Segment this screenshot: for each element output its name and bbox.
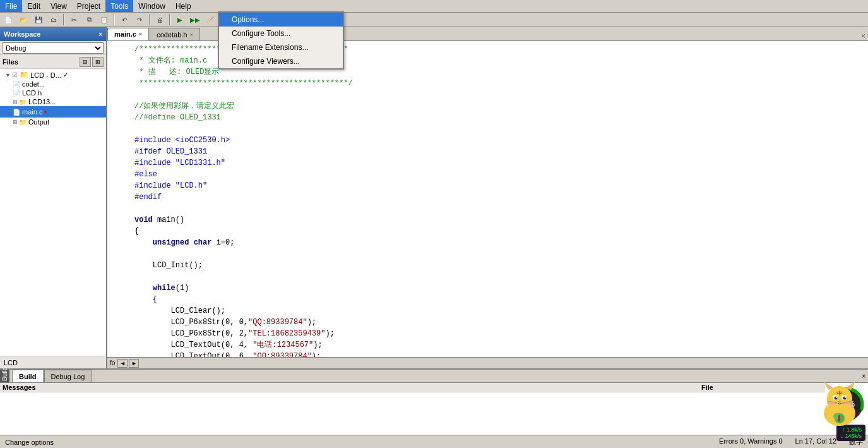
code-line-23: { bbox=[134, 294, 865, 305]
tree-label-codet: codet... bbox=[22, 80, 45, 88]
tree-label-output: Output bbox=[28, 118, 49, 126]
network-stats: ↑ 1.8k/s ↓ 145k/s bbox=[836, 425, 865, 441]
undo-btn[interactable]: ↶ bbox=[117, 13, 131, 26]
tools-dropdown-menu: Options... Configure Tools... Filename E… bbox=[218, 11, 344, 70]
active-indicator: ✓ bbox=[63, 71, 68, 78]
sep4 bbox=[169, 14, 170, 25]
upload-stat: ↑ 1.8k/s bbox=[840, 427, 862, 433]
code-line-22: while(1) bbox=[134, 282, 865, 294]
build-btn[interactable]: ▶ bbox=[173, 13, 187, 26]
tab-codetab-close[interactable]: × bbox=[189, 32, 193, 38]
sep1 bbox=[63, 14, 64, 25]
code-line-14: #endif bbox=[134, 191, 865, 203]
tree-label-main-c: main.c bbox=[22, 108, 42, 116]
sep3 bbox=[149, 14, 150, 25]
debug-select[interactable]: Debug Release bbox=[3, 42, 104, 54]
code-line-17: { bbox=[134, 226, 865, 237]
folder-icon-output: 📁 bbox=[19, 119, 27, 126]
ws-btn1[interactable]: ⊟ bbox=[80, 57, 91, 67]
file-tree: ▼ ☑ 📁 LCD - D... ✓ 📄 codet... 📄 LCD.h bbox=[0, 69, 106, 356]
tree-item-codet[interactable]: 📄 codet... bbox=[0, 80, 106, 88]
tree-item-lcd[interactable]: ▼ ☑ 📁 LCD - D... ✓ bbox=[0, 70, 106, 80]
menu-configure-tools[interactable]: Configure Tools... bbox=[219, 27, 343, 40]
code-editor[interactable]: /***************************************… bbox=[107, 41, 868, 357]
expand-icon-lcd13: ⊞ bbox=[13, 99, 18, 105]
menu-edit[interactable]: Edit bbox=[22, 0, 45, 12]
code-line-11: #include "LCD1331.h" bbox=[134, 157, 865, 169]
tree-item-output[interactable]: ⊞ 📁 Output bbox=[0, 118, 106, 126]
tree-item-main-c[interactable]: 📄 main.c • bbox=[0, 106, 106, 118]
workspace-footer: LCD bbox=[0, 356, 106, 368]
workspace-close-btn[interactable]: × bbox=[98, 31, 102, 38]
tab-debug-log[interactable]: Debug Log bbox=[44, 370, 92, 382]
menu-options[interactable]: Options... bbox=[219, 13, 343, 27]
scroll-right-btn[interactable]: ► bbox=[129, 359, 139, 368]
build-all-btn[interactable]: ▶▶ bbox=[188, 13, 202, 26]
files-label: Files bbox=[3, 58, 78, 66]
expand-icon: ▼ bbox=[5, 72, 11, 78]
code-line-7: //#define OLED_1331 bbox=[134, 112, 865, 123]
menu-help[interactable]: Help bbox=[170, 0, 196, 12]
errors-status: Errors 0, Warnings 0 bbox=[719, 437, 782, 447]
ws-btn2[interactable]: ⊞ bbox=[92, 57, 104, 67]
redo-btn[interactable]: ↷ bbox=[133, 13, 146, 26]
workspace-dropdown[interactable]: Debug Release bbox=[0, 41, 106, 55]
save-all-btn[interactable]: 🗂 bbox=[47, 13, 61, 26]
menu-filename-extensions[interactable]: Filename Extensions... bbox=[219, 40, 343, 54]
menu-window[interactable]: Window bbox=[133, 0, 170, 12]
menu-configure-viewers[interactable]: Configure Viewers... bbox=[219, 54, 343, 68]
toolbar: 📄 📂 💾 🗂 ✂ ⧉ 📋 ↶ ↷ 🖨 ▶ ▶▶ 🧹 ▷ ■ ↺ bbox=[0, 13, 868, 27]
menu-tools[interactable]: Tools bbox=[105, 0, 133, 12]
paste-btn[interactable]: 📋 bbox=[97, 13, 111, 26]
tree-item-lcd13[interactable]: ⊞ 📁 LCD13... bbox=[0, 97, 106, 106]
sep2 bbox=[114, 14, 115, 25]
code-line-5 bbox=[134, 89, 865, 100]
tab-codetab-h-label: codetab.h bbox=[157, 31, 187, 39]
new-file-btn[interactable]: 📄 bbox=[1, 13, 15, 26]
expand-icon-output: ⊞ bbox=[13, 119, 18, 125]
code-line-12: #else bbox=[134, 169, 865, 180]
download-stat: ↓ 145k/s bbox=[840, 433, 862, 439]
progress-circle: 46% bbox=[828, 385, 865, 423]
copy-btn[interactable]: ⧉ bbox=[82, 13, 96, 26]
editor-area: main.c × codetab.h × × /****************… bbox=[107, 27, 868, 368]
line-indicator: fo bbox=[110, 360, 115, 366]
file-icon-lcd-h: 📄 bbox=[13, 90, 20, 97]
scroll-left-btn[interactable]: ◄ bbox=[117, 359, 128, 368]
clean-btn[interactable]: 🧹 bbox=[203, 13, 217, 26]
code-line-25: LCD_P6x8Str(0, 0,"QQ:89339784"); bbox=[134, 317, 865, 328]
menu-project[interactable]: Project bbox=[72, 0, 105, 12]
code-line-18: unsigned char i=0; bbox=[134, 237, 865, 248]
bottom-panel: Build Build Debug Log × Messages File 46… bbox=[0, 368, 868, 435]
workspace-toolbar: Files ⊟ ⊞ bbox=[0, 55, 106, 69]
modified-indicator: • bbox=[44, 107, 47, 117]
save-btn[interactable]: 💾 bbox=[32, 13, 45, 26]
tree-item-lcd-h[interactable]: 📄 LCD.h bbox=[0, 88, 106, 97]
code-content: /***************************************… bbox=[134, 44, 865, 357]
col-file: File bbox=[699, 383, 825, 392]
cut-btn[interactable]: ✂ bbox=[67, 13, 81, 26]
code-line-15 bbox=[134, 203, 865, 214]
open-file-btn[interactable]: 📂 bbox=[16, 13, 30, 26]
col-messages: Messages bbox=[0, 383, 699, 392]
status-bar: Change options Errors 0, Warnings 0 Ln 1… bbox=[0, 435, 868, 448]
code-line-10: #ifdef OLED_1331 bbox=[134, 146, 865, 157]
code-line-16: void main() bbox=[134, 214, 865, 226]
code-line-27: LCD_TextOut(0, 4, "电话:1234567"); bbox=[134, 339, 865, 351]
folder-icon-lcd13: 📁 bbox=[19, 99, 27, 106]
tab-main-c[interactable]: main.c × bbox=[107, 28, 149, 40]
file-icon-main: 📄 bbox=[13, 109, 20, 116]
tab-build[interactable]: Build bbox=[12, 370, 44, 382]
menu-file[interactable]: File bbox=[0, 0, 22, 12]
tab-main-c-close[interactable]: × bbox=[139, 31, 142, 37]
code-line-28: LCD_TextOut(0, 6, "QQ:89339784"); bbox=[134, 351, 865, 357]
close-editor-btn[interactable]: × bbox=[861, 32, 865, 40]
build-side-label[interactable]: Build bbox=[0, 370, 9, 382]
close-bottom-btn[interactable]: × bbox=[862, 373, 865, 380]
code-line-6: //如果使用彩屏，请定义此宏 bbox=[134, 100, 865, 112]
menu-view[interactable]: View bbox=[45, 0, 72, 12]
tab-codetab-h[interactable]: codetab.h × bbox=[150, 28, 200, 40]
menu-bar: File Edit View Project Tools Window Help bbox=[0, 0, 868, 13]
code-line-4: ****************************************… bbox=[134, 78, 865, 89]
print-btn[interactable]: 🖨 bbox=[153, 13, 167, 26]
